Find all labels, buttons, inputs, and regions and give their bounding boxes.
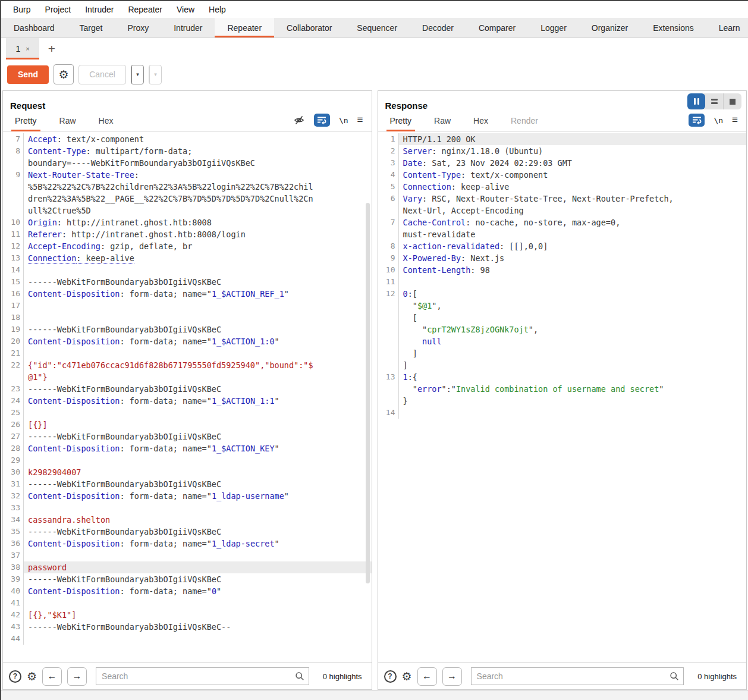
prev-match-button[interactable]: ← <box>417 667 437 686</box>
code-text: null <box>399 335 747 347</box>
menu-item-burp[interactable]: Burp <box>6 5 38 14</box>
menu-item-help[interactable]: Help <box>202 5 233 14</box>
request-search-field <box>96 667 309 685</box>
help-icon[interactable]: ? <box>384 670 397 683</box>
view-tab-hex[interactable]: Hex <box>99 116 114 131</box>
layout-toggle-group <box>687 93 741 109</box>
search-input[interactable] <box>96 667 309 685</box>
request-editor[interactable]: 7Accept: text/x-component8Content-Type: … <box>3 131 372 663</box>
columns-layout-button[interactable] <box>687 93 705 109</box>
code-text: "cprT2WY1sZ8jzOGNk7ojt", <box>399 324 747 335</box>
line-number: 20 <box>3 335 24 347</box>
line-number: 34 <box>3 514 24 526</box>
tab-collaborator[interactable]: Collaborator <box>274 18 344 37</box>
code-line: ull%2Ctrue%5D <box>3 205 372 216</box>
code-line: must-revalidate <box>378 228 747 240</box>
code-text: 0:[ <box>399 288 747 300</box>
send-button[interactable]: Send <box>7 65 49 84</box>
response-search-bar: ? ⚙ ← → 0 highlights <box>378 663 747 689</box>
word-wrap-button[interactable] <box>314 114 330 127</box>
menu-item-intruder[interactable]: Intruder <box>78 5 121 14</box>
code-line: 26[{}] <box>3 419 372 431</box>
code-line: 25 <box>3 407 372 419</box>
left-arrow-icon: ← <box>48 671 57 682</box>
line-number: 14 <box>3 264 24 276</box>
hide-nonprintable-icon[interactable] <box>293 114 305 126</box>
menu-item-repeater[interactable]: Repeater <box>121 5 169 14</box>
view-tab-render[interactable]: Render <box>511 116 538 131</box>
view-tab-pretty[interactable]: Pretty <box>15 116 37 131</box>
tab-organizer[interactable]: Organizer <box>579 18 640 37</box>
line-number: 14 <box>378 407 399 419</box>
newline-toggle-icon[interactable]: \n <box>714 116 723 125</box>
single-layout-button[interactable] <box>723 93 741 109</box>
response-editor[interactable]: 1HTTP/1.1 200 OK2Server: nginx/1.18.0 (U… <box>378 131 747 663</box>
editor-menu-icon[interactable]: ≡ <box>357 114 363 126</box>
request-settings-button[interactable]: ⚙ <box>54 64 74 84</box>
tab-dashboard[interactable]: Dashboard <box>1 18 67 37</box>
module-tab-bar: DashboardTargetProxyIntruderRepeaterColl… <box>1 18 748 38</box>
word-wrap-button[interactable] <box>689 114 705 127</box>
request-scrollbar[interactable] <box>366 203 370 583</box>
tab-decoder[interactable]: Decoder <box>410 18 466 37</box>
view-tab-pretty[interactable]: Pretty <box>390 116 412 131</box>
cancel-button[interactable]: Cancel <box>78 65 126 84</box>
tab-logger[interactable]: Logger <box>528 18 579 37</box>
line-number <box>378 324 399 335</box>
tab-proxy[interactable]: Proxy <box>115 18 161 37</box>
chevron-down-icon[interactable]: ▾ <box>150 65 161 84</box>
search-icon <box>670 671 679 681</box>
line-number: 8 <box>3 145 24 157</box>
tab-comparer[interactable]: Comparer <box>466 18 528 37</box>
code-line: dren%22%3A%5B%22__PAGE__%22%2C%7B%7D%5D%… <box>3 193 372 205</box>
right-arrow-icon: → <box>447 671 457 682</box>
code-line: 29 <box>3 454 372 466</box>
code-text: ------WebKitFormBoundaryab3bOIgiiVQsKBeC… <box>24 621 372 633</box>
repeater-tab-1[interactable]: 1 × <box>6 38 39 59</box>
history-forward-button[interactable]: > ▾ <box>149 65 162 84</box>
tab-target[interactable]: Target <box>67 18 115 37</box>
line-number: 15 <box>3 276 24 288</box>
view-tab-raw[interactable]: Raw <box>434 116 451 131</box>
search-settings-gear-icon[interactable]: ⚙ <box>402 670 412 683</box>
tab-extensions[interactable]: Extensions <box>640 18 706 37</box>
code-text: ------WebKitFormBoundaryab3bOIgiiVQsKBeC <box>24 573 372 585</box>
code-line: 36Content-Disposition: form-data; name="… <box>3 538 372 550</box>
tab-repeater[interactable]: Repeater <box>215 18 274 37</box>
code-line: 10Origin: http://intranet.ghost.htb:8008 <box>3 216 372 228</box>
next-match-button[interactable]: → <box>67 667 87 686</box>
menu-item-view[interactable]: View <box>169 5 202 14</box>
code-line: 32Content-Disposition: form-data; name="… <box>3 490 372 502</box>
line-number: 16 <box>3 288 24 300</box>
rows-layout-button[interactable] <box>705 93 723 109</box>
search-input[interactable] <box>471 667 684 685</box>
code-text: Origin: http://intranet.ghost.htb:8008 <box>24 216 372 228</box>
request-view-tabs-row: PrettyRawHex \n ≡ <box>3 111 372 131</box>
burp-repeater-window: BurpProjectIntruderRepeaterViewHelp Dash… <box>0 0 748 700</box>
prev-match-button[interactable]: ← <box>42 667 62 686</box>
menu-item-project[interactable]: Project <box>38 5 78 14</box>
close-icon[interactable]: × <box>26 45 29 52</box>
newline-toggle-icon[interactable]: \n <box>339 116 348 125</box>
code-text: x-action-revalidated: [[],0,0] <box>399 240 747 252</box>
line-number: 22 <box>3 359 24 371</box>
help-icon[interactable]: ? <box>9 670 21 683</box>
plus-icon: + <box>48 42 55 56</box>
chevron-down-icon[interactable]: ▾ <box>132 65 143 84</box>
search-settings-gear-icon[interactable]: ⚙ <box>27 670 37 683</box>
response-code: 1HTTP/1.1 200 OK2Server: nginx/1.18.0 (U… <box>378 133 747 419</box>
tab-sequencer[interactable]: Sequencer <box>344 18 410 37</box>
view-tab-hex[interactable]: Hex <box>473 116 488 131</box>
highlights-count: 0 highlights <box>689 672 740 681</box>
next-match-button[interactable]: → <box>442 667 462 686</box>
line-number: 26 <box>3 419 24 431</box>
code-text <box>24 407 372 419</box>
line-number: 30 <box>3 466 24 478</box>
view-tab-raw[interactable]: Raw <box>59 116 76 131</box>
line-number <box>378 359 399 371</box>
history-back-button[interactable]: < ▾ <box>131 65 144 84</box>
tab-learn[interactable]: Learn <box>706 18 748 37</box>
tab-intruder[interactable]: Intruder <box>161 18 215 37</box>
add-tab-button[interactable]: + <box>39 38 64 59</box>
editor-menu-icon[interactable]: ≡ <box>732 114 738 126</box>
